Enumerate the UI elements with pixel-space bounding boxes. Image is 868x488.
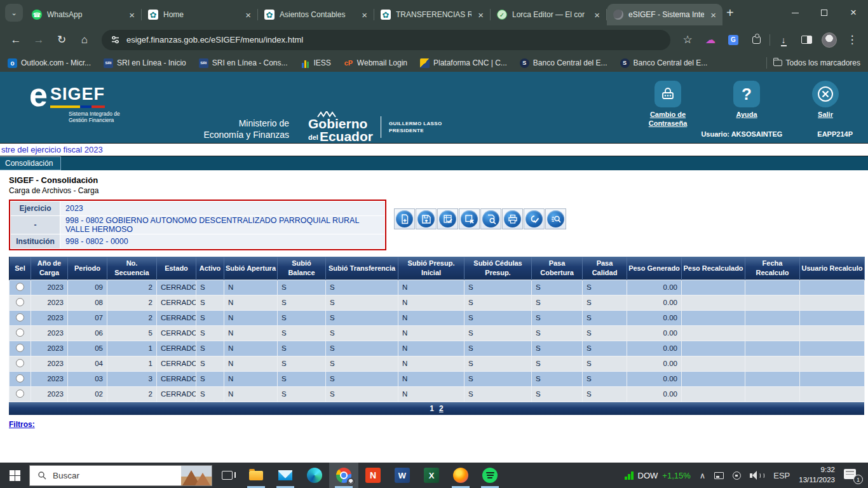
column-header[interactable]: Subió Balance: [278, 257, 326, 280]
reload-button[interactable]: ↻: [52, 30, 71, 50]
column-header[interactable]: Fecha Recalculo: [745, 257, 800, 280]
taskbar-app-word[interactable]: W: [388, 463, 417, 488]
taskbar-app-spotify[interactable]: [475, 463, 505, 488]
taskbar-app-firefox[interactable]: [446, 463, 475, 488]
bookmark-item[interactable]: IESS: [301, 58, 331, 68]
row-select-radio[interactable]: [16, 344, 24, 352]
address-bar[interactable]: esigef.finanzas.gob.ec/eSIGEF/menu/index…: [102, 30, 670, 50]
browser-tab[interactable]: ✿TRANSFERENCIAS RE×: [374, 4, 490, 25]
column-header[interactable]: Subió Cédulas Presup.: [465, 257, 532, 280]
forward-button[interactable]: →: [29, 30, 48, 50]
tray-expand-button[interactable]: ∧: [700, 471, 706, 480]
tab-close-icon[interactable]: ×: [477, 10, 485, 20]
new-file-button[interactable]: [394, 208, 415, 229]
all-bookmarks-button[interactable]: Todos los marcadores: [773, 58, 860, 67]
extensions-button[interactable]: [747, 30, 766, 50]
print-button[interactable]: [502, 208, 523, 229]
window-minimize-button[interactable]: [780, 0, 810, 25]
volume-icon[interactable]: [750, 471, 764, 480]
column-header[interactable]: Peso Recalculado: [682, 257, 745, 280]
form-check-button[interactable]: [437, 208, 458, 229]
header-action-exit[interactable]: Salir: [798, 81, 853, 128]
tab-close-icon[interactable]: ×: [593, 10, 601, 20]
bookmark-item[interactable]: Plataforma CNC | C...: [420, 58, 507, 68]
window-close-button[interactable]: ×: [839, 0, 868, 25]
column-header[interactable]: Pasa Cobertura: [532, 257, 583, 280]
network-icon[interactable]: [714, 472, 724, 479]
tab-close-icon[interactable]: ×: [128, 10, 136, 20]
column-header[interactable]: Subió Apertura: [224, 257, 278, 280]
row-select-radio[interactable]: [16, 283, 24, 291]
browser-tab[interactable]: eSIGEF - Sistema Inte×: [607, 4, 722, 25]
bookmark-star-button[interactable]: ☆: [678, 30, 697, 50]
column-header[interactable]: No. Secuencia: [107, 257, 157, 280]
filters-link[interactable]: Filtros:: [9, 420, 35, 429]
taskbar-app-explorer[interactable]: [241, 463, 271, 488]
column-header[interactable]: Usuario Recalculo: [800, 257, 865, 280]
column-header[interactable]: Año de Carga: [31, 257, 68, 280]
profile-button[interactable]: [820, 30, 839, 50]
bookmark-item[interactable]: SRISRI en Línea - Inicio: [104, 58, 186, 68]
browser-menu-button[interactable]: ⋮: [843, 30, 862, 50]
column-header[interactable]: Sel: [10, 257, 31, 280]
home-button[interactable]: ⌂: [75, 30, 94, 50]
column-header[interactable]: Periodo: [68, 257, 107, 280]
taskbar-app-task-view[interactable]: [212, 463, 241, 488]
stock-widget[interactable]: DOW +1,15%: [625, 471, 691, 480]
taskbar-app-chrome[interactable]: [329, 463, 358, 488]
bookmark-item[interactable]: oOutlook.com - Micr...: [8, 58, 91, 68]
clock[interactable]: 9:32 13/11/2023: [799, 465, 835, 485]
tab-close-icon[interactable]: ×: [244, 10, 252, 20]
extension-cloud-button[interactable]: ☁: [701, 30, 720, 50]
browser-tab[interactable]: ☎WhatsApp×: [25, 4, 141, 25]
row-select-radio[interactable]: [16, 390, 24, 398]
window-maximize-button[interactable]: [810, 0, 839, 25]
row-select-radio[interactable]: [16, 359, 24, 367]
pagination-page-link[interactable]: 2: [439, 404, 444, 413]
row-select-radio[interactable]: [16, 298, 24, 306]
bookmark-item[interactable]: SRISRI en Línea - Cons...: [199, 58, 288, 68]
row-select-radio[interactable]: [16, 313, 24, 322]
side-panel-button[interactable]: [797, 30, 816, 50]
header-action-question[interactable]: ?Ayuda: [719, 81, 774, 128]
bookmark-item[interactable]: SBanco Central del E...: [520, 58, 607, 68]
meet-now-icon[interactable]: [733, 471, 741, 480]
header-action-lock[interactable]: Cambio de Contraseña: [641, 81, 695, 128]
row-select-radio[interactable]: [16, 374, 24, 383]
tab-close-icon[interactable]: ×: [709, 10, 717, 20]
bookmark-item[interactable]: SBanco Central del E...: [620, 58, 708, 68]
validate-button[interactable]: [524, 208, 545, 229]
tab-close-icon[interactable]: ×: [360, 10, 369, 20]
site-info-icon[interactable]: [111, 35, 120, 44]
language-indicator[interactable]: ESP: [773, 471, 790, 480]
translate-button[interactable]: G: [724, 30, 743, 50]
column-header[interactable]: Estado: [157, 257, 196, 280]
column-header[interactable]: Subió Transferencia: [326, 257, 398, 280]
downloads-button[interactable]: ↓: [774, 30, 793, 50]
browser-tab[interactable]: ✓Lorca Editor — El cor×: [491, 4, 606, 25]
row-select-radio[interactable]: [16, 329, 24, 337]
preview-button[interactable]: [480, 208, 501, 229]
menu-item-consolidacion[interactable]: Consolidación: [0, 156, 61, 170]
column-header[interactable]: Peso Generado: [627, 257, 682, 280]
new-tab-button[interactable]: +: [726, 6, 734, 20]
browser-tab[interactable]: ✿Home×: [142, 4, 257, 25]
taskbar-app-edge[interactable]: [300, 463, 329, 488]
notification-center-button[interactable]: 1: [844, 468, 863, 483]
taskbar-app-excel[interactable]: X: [417, 463, 446, 488]
start-button[interactable]: [0, 463, 29, 488]
taskbar-search-input[interactable]: Buscar: [29, 465, 212, 486]
tab-search-button[interactable]: ⌄: [5, 4, 23, 22]
browser-tab[interactable]: ✿Asientos Contables×: [258, 4, 374, 25]
column-header[interactable]: Subió Presup. Inicial: [398, 257, 465, 280]
taskbar-app-mail[interactable]: [271, 463, 300, 488]
column-header[interactable]: Activo: [196, 257, 224, 280]
back-button[interactable]: ←: [6, 30, 25, 50]
delete-button[interactable]: [459, 208, 480, 229]
column-header[interactable]: Pasa Calidad: [583, 257, 627, 280]
search-button[interactable]: [545, 208, 566, 229]
taskbar-app-nitro[interactable]: N: [358, 463, 388, 488]
bookmark-item[interactable]: cPWebmail Login: [344, 58, 407, 68]
search-highlight-image[interactable]: [181, 466, 212, 485]
save-button[interactable]: [416, 208, 437, 229]
